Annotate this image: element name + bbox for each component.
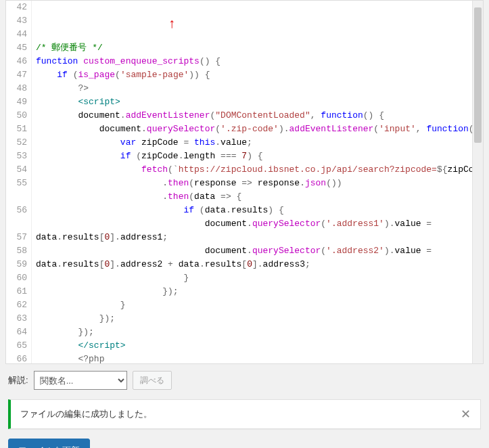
code-line[interactable]: data.results[0].address1; [36,231,483,244]
scrollbar-thumb[interactable] [474,7,482,143]
code-line[interactable]: if (data.results) { [36,204,483,217]
code-line[interactable]: var zipCode = this.value; [36,136,483,150]
code-line[interactable]: document.querySelector('.address1').valu… [36,217,483,231]
code-line[interactable]: document.querySelector('.address2').valu… [36,244,483,258]
close-icon[interactable]: ✕ [461,408,471,420]
code-line[interactable]: if (is_page('sample-page')) { [36,68,483,82]
notice-message: ファイルの編集に成功しました。 [20,408,152,420]
function-select[interactable]: 関数名... [34,371,127,390]
code-line[interactable]: <script> [36,95,483,109]
line-number-gutter: 4243444546474849505152535455 56 57585960… [6,1,32,364]
code-line[interactable]: }); [36,326,483,339]
code-line[interactable]: .then(response => response.json()) [36,177,483,190]
code-line[interactable]: function custom_enqueue_scripts() { [36,55,483,68]
code-line[interactable]: document.querySelector('.zip-code').addE… [36,122,483,136]
update-file-button[interactable]: ファイルを更新 [8,439,90,448]
code-line[interactable]: <?php [36,353,483,364]
code-line[interactable]: }); [36,312,483,326]
help-row: 解説: 関数名... 調べる [8,371,481,390]
code-editor[interactable]: 4243444546474849505152535455 56 57585960… [5,0,484,364]
code-area[interactable]: ↑ /* 郵便番号 */function custom_enqueue_scri… [32,1,483,364]
code-line[interactable]: document.addEventListener("DOMContentLoa… [36,109,483,122]
code-line[interactable]: } [36,298,483,312]
help-label: 解説: [8,374,28,386]
code-line[interactable]: ?> [36,82,483,95]
code-line[interactable]: if (zipCode.length === 7) { [36,150,483,163]
code-line[interactable]: </script> [36,339,483,353]
code-line[interactable]: .then(data => { [36,190,483,204]
pointer-arrow-icon: ↑ [168,18,176,31]
vertical-scrollbar[interactable] [472,1,483,363]
success-notice: ファイルの編集に成功しました。 ✕ [8,399,481,429]
code-line[interactable]: data.results[0].address2 + data.results[… [36,258,483,271]
code-line[interactable]: /* 郵便番号 */ [36,41,483,55]
lookup-button[interactable]: 調べる [133,371,172,390]
code-line[interactable]: fetch(`https://zipcloud.ibsnet.co.jp/api… [36,163,483,177]
code-line[interactable]: }); [36,285,483,298]
code-line[interactable]: } [36,271,483,285]
